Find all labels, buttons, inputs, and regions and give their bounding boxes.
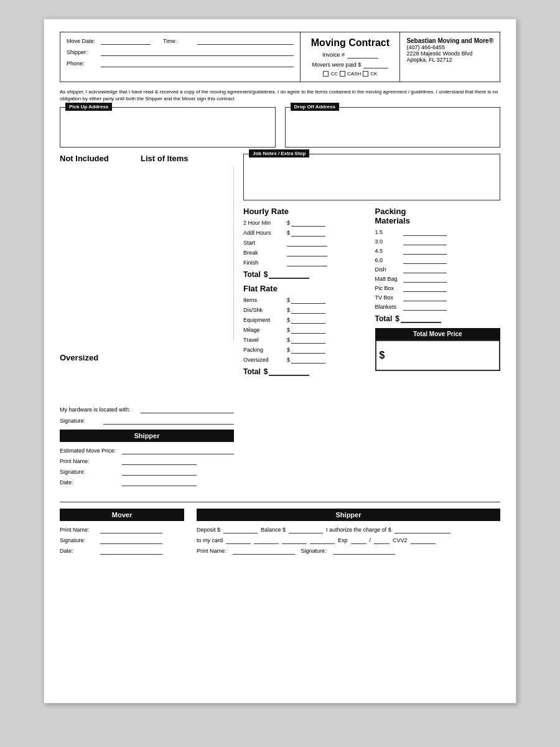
packing-tv-box: TV Box (375, 294, 501, 301)
list-items-col (141, 166, 233, 341)
time-line[interactable] (197, 37, 294, 45)
move-date-line[interactable] (101, 37, 151, 45)
to-my-card-label: to my card (197, 537, 223, 543)
invoice-row: Invoice # (310, 51, 390, 59)
packing-matt-bag-line[interactable] (403, 275, 447, 283)
balance-label: Balance $ (261, 527, 286, 533)
balance-line[interactable] (289, 526, 323, 533)
est-move-price-label: Estimated Move Price: (60, 448, 122, 454)
hardware-row: My hardware is located with: (60, 406, 234, 413)
packing-tv-box-line[interactable] (403, 294, 447, 301)
packing-pic-box-line[interactable] (403, 284, 447, 292)
cvv2-line[interactable] (411, 537, 436, 544)
flat-oversized-label: Oversized (243, 357, 287, 363)
packing-6-0-line[interactable] (403, 256, 447, 264)
packing-3-0-label: 3.0 (375, 238, 403, 245)
shipper-bar: Shipper (60, 430, 234, 442)
card-line1[interactable] (226, 537, 251, 544)
shipper-print-sig-row: Print Name: Signature: (197, 547, 500, 555)
signature-row2: Signature: (60, 468, 234, 476)
date-line1[interactable] (122, 479, 197, 486)
two-hour-min-line[interactable] (291, 219, 325, 227)
mover-signature-line[interactable] (100, 537, 162, 544)
shipper-row: Shipper: (67, 49, 294, 56)
dis-shk-line[interactable] (291, 306, 325, 314)
packing-1-5-line[interactable] (403, 228, 447, 236)
travel-row: Travel $ (243, 336, 369, 344)
flat-oversized-row: Oversized $ (243, 356, 369, 364)
invoice-label: Invoice # (322, 52, 345, 58)
right-panel: Job Notes / Extra Stop Hourly Rate 2 Hou… (243, 154, 500, 489)
packing-section: PackingMaterials 1.5 3.0 4.5 6.0 (375, 207, 501, 380)
shipper-line[interactable] (101, 49, 294, 56)
break-label: Break (243, 250, 287, 256)
packing-matt-bag: Matt Bag (375, 275, 501, 283)
mover-print-name-line[interactable] (100, 526, 162, 533)
paid-line[interactable] (363, 61, 388, 68)
flat-items-label: Items (243, 297, 287, 303)
equipment-label: Equipment (243, 317, 287, 323)
company-address2: Apopka, FL 32712 (406, 57, 493, 63)
break-row: Break (243, 249, 369, 256)
shipper-signature-label: Signature: (301, 548, 327, 554)
packing-3-0-line[interactable] (403, 238, 447, 245)
rates-section: Hourly Rate 2 Hour Min $ Addl Hours $ St… (243, 207, 500, 380)
exp-line2[interactable] (374, 537, 390, 544)
company-address1: 2228 Majestic Woods Blvd (406, 50, 493, 57)
hardware-line[interactable] (141, 406, 234, 413)
packing-title: PackingMaterials (375, 207, 501, 225)
packing-1-5-label: 1.5 (375, 229, 403, 235)
card-line4[interactable] (310, 537, 335, 544)
main-content: Not Included List of Items Oversized My … (60, 154, 500, 489)
travel-line[interactable] (291, 336, 325, 344)
addl-hours-line[interactable] (291, 229, 325, 237)
exp-line1[interactable] (351, 537, 366, 544)
flat-items-line[interactable] (291, 296, 325, 304)
signature-line2[interactable] (122, 468, 197, 476)
finish-label: Finish (243, 260, 287, 266)
packing-dish-label: Dish (375, 266, 403, 273)
packing-blankets-line[interactable] (403, 303, 447, 311)
break-line[interactable] (287, 249, 327, 256)
flat-oversized-line[interactable] (291, 356, 325, 364)
phone-line[interactable] (101, 60, 294, 67)
packing-dish-line[interactable] (403, 266, 447, 273)
cash-checkbox[interactable] (340, 71, 345, 77)
job-notes-box: Job Notes / Extra Stop (243, 154, 500, 200)
flat-total-line[interactable] (269, 367, 309, 376)
ck-checkbox[interactable] (363, 71, 368, 77)
deposit-line[interactable] (223, 526, 258, 533)
print-name-line1[interactable] (122, 458, 197, 465)
shipper-signature-line[interactable] (333, 547, 395, 555)
signature-line1[interactable] (103, 417, 234, 425)
estimated-move-price-row: Estimated Move Price: (60, 447, 234, 454)
card-line3[interactable] (282, 537, 307, 544)
print-name-label1: Print Name: (60, 458, 122, 464)
authorize-line[interactable] (394, 526, 450, 533)
mover-date-line[interactable] (100, 547, 162, 555)
equipment-line[interactable] (291, 316, 325, 324)
start-row: Start (243, 239, 369, 247)
packing-1-5: 1.5 (375, 228, 501, 236)
packing-4-5-line[interactable] (403, 247, 447, 255)
ck-label: CK (370, 71, 377, 77)
mover-date-row: Date: (60, 547, 184, 555)
start-line[interactable] (287, 239, 327, 247)
cc-checkbox[interactable] (323, 71, 329, 77)
milage-line[interactable] (291, 326, 325, 334)
shipper-print-name-line[interactable] (233, 547, 295, 555)
card-line2[interactable] (254, 537, 279, 544)
mover-bar: Mover (60, 509, 184, 521)
move-date-label: Move Date: (67, 38, 101, 44)
packing-total-line[interactable] (401, 314, 441, 323)
finish-line[interactable] (287, 259, 327, 266)
flat-packing-line[interactable] (291, 346, 325, 354)
invoice-line[interactable] (347, 51, 378, 59)
start-label: Start (243, 240, 287, 246)
pickup-address-box: Pick Up Address (60, 107, 276, 148)
hourly-total-line[interactable] (269, 270, 309, 279)
flat-packing-row: Packing $ (243, 346, 369, 354)
phone-label: Phone: (67, 60, 101, 67)
est-move-price-line[interactable] (122, 447, 234, 454)
header-left: Move Date: Time: Shipper: Phone: (60, 32, 301, 82)
